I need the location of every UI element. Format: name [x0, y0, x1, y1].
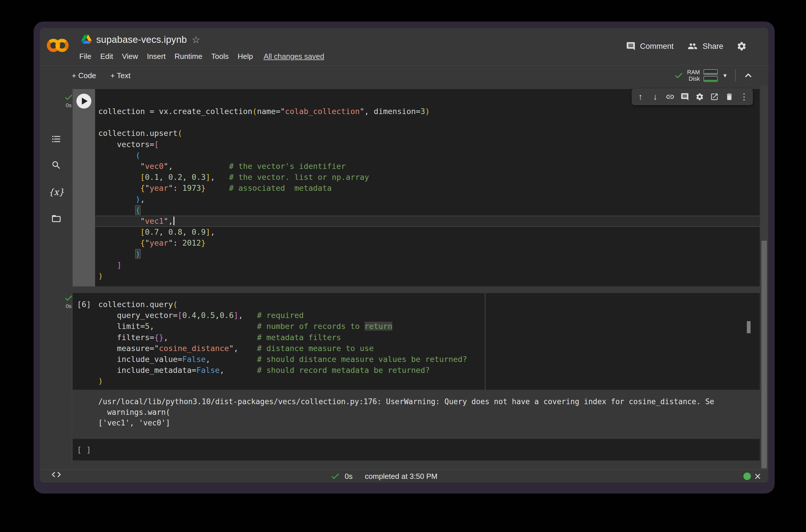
- comment-label: Comment: [640, 42, 674, 51]
- code-cell-2[interactable]: [6] collection.query( query_vector=[0.4,…: [73, 293, 760, 390]
- status-message: completed at 3:50 PM: [365, 470, 438, 482]
- people-icon: [687, 41, 698, 51]
- resources-caret-icon[interactable]: ▾: [723, 72, 726, 79]
- search-icon[interactable]: [51, 160, 62, 171]
- kernel-status-dot: [743, 473, 751, 480]
- run-cell-button[interactable]: [76, 94, 91, 109]
- cell-output: /usr/local/lib/python3.10/dist-packages/…: [98, 396, 759, 428]
- code-cell-3[interactable]: [ ]: [73, 439, 760, 460]
- ram-label: RAM: [687, 69, 700, 76]
- add-text-button[interactable]: + Text: [111, 71, 131, 80]
- menu-help[interactable]: Help: [237, 52, 253, 61]
- code-cell-1[interactable]: collection = vx.create_collection(name="…: [73, 89, 760, 286]
- share-label: Share: [703, 42, 723, 51]
- execution-count-empty: [ ]: [77, 439, 91, 460]
- cell1-code-editor[interactable]: collection = vx.create_collection(name="…: [95, 106, 760, 282]
- menu-view[interactable]: View: [122, 52, 138, 61]
- menubar: FileEditViewInsertRuntimeToolsHelpAll ch…: [79, 51, 324, 62]
- colab-app: supabase-vecs.ipynb ☆ FileEditViewInsert…: [40, 28, 768, 482]
- titlebar: supabase-vecs.ipynb ☆: [81, 33, 200, 46]
- menu-runtime[interactable]: Runtime: [175, 52, 203, 61]
- delete-cell-icon[interactable]: [723, 93, 735, 101]
- close-status-icon[interactable]: ×: [754, 470, 761, 482]
- move-cell-down-icon[interactable]: ↓: [649, 93, 661, 101]
- variables-icon[interactable]: {x}: [51, 186, 62, 197]
- table-of-contents-icon[interactable]: [51, 134, 62, 145]
- collapse-sections-icon[interactable]: [744, 71, 753, 80]
- add-comment-icon[interactable]: [679, 93, 691, 101]
- text-cursor: [173, 216, 174, 225]
- gear-icon: [736, 41, 747, 52]
- success-check-icon: [65, 295, 73, 302]
- more-cell-actions-icon[interactable]: ⋮: [738, 93, 750, 101]
- comment-button[interactable]: Comment: [626, 41, 674, 51]
- colab-logo-icon[interactable]: [47, 39, 69, 52]
- desktop: { "colors": { "accent_green": "#43a047",…: [0, 0, 806, 532]
- play-icon: [82, 98, 88, 104]
- output-line: warnings.warn(: [98, 407, 759, 418]
- add-code-button[interactable]: + Code: [72, 71, 96, 80]
- share-button[interactable]: Share: [687, 41, 723, 51]
- status-elapsed: 0s: [345, 470, 352, 482]
- app-window: supabase-vecs.ipynb ☆ FileEditViewInsert…: [34, 21, 775, 494]
- cell1-gutter: [73, 89, 95, 286]
- editor-ruler: [485, 293, 485, 390]
- output-line: /usr/local/lib/python3.10/dist-packages/…: [98, 396, 759, 407]
- disk-meter: [704, 76, 718, 82]
- left-sidebar: {x} >_: [40, 85, 72, 469]
- output-line: ['vec1', 'vec0']: [98, 418, 759, 428]
- cell2-code-editor[interactable]: collection.query( query_vector=[0.4,0.5,…: [73, 299, 760, 387]
- disk-label: Disk: [689, 76, 700, 82]
- move-cell-up-icon[interactable]: ↑: [634, 93, 647, 101]
- saved-status[interactable]: All changes saved: [264, 52, 324, 61]
- resource-monitor[interactable]: RAM Disk ▾: [674, 66, 753, 85]
- menu-file[interactable]: File: [79, 52, 91, 61]
- drive-icon: [81, 35, 92, 45]
- files-folder-icon[interactable]: [51, 213, 62, 224]
- cell-toolbar: ↑ ↓ ⋮: [632, 89, 753, 105]
- ram-meter: [704, 69, 718, 75]
- copy-link-to-cell-icon[interactable]: [664, 92, 676, 101]
- menu-insert[interactable]: Insert: [147, 52, 166, 61]
- menu-edit[interactable]: Edit: [100, 52, 113, 61]
- header: supabase-vecs.ipynb ☆ FileEditViewInsert…: [40, 28, 768, 65]
- status-check-icon: [331, 470, 340, 482]
- notebook-toolbar: + Code + Text RAM Disk ▾: [40, 65, 768, 85]
- settings-button[interactable]: [736, 41, 747, 52]
- menu-tools[interactable]: Tools: [211, 52, 229, 61]
- notebook-scrollbar-thumb[interactable]: [762, 241, 767, 468]
- cell-settings-gear-icon[interactable]: [694, 93, 706, 101]
- open-in-tab-icon[interactable]: [708, 93, 721, 101]
- cell2-scrollbar-thumb[interactable]: [747, 321, 751, 333]
- status-bar: 0s completed at 3:50 PM ×: [40, 469, 768, 482]
- connected-check-icon: [674, 71, 683, 80]
- comment-icon: [626, 41, 636, 51]
- success-check-icon: [65, 94, 73, 101]
- notebook-title[interactable]: supabase-vecs.ipynb: [96, 34, 187, 45]
- header-actions: Comment Share: [626, 39, 747, 53]
- star-icon[interactable]: ☆: [192, 35, 200, 44]
